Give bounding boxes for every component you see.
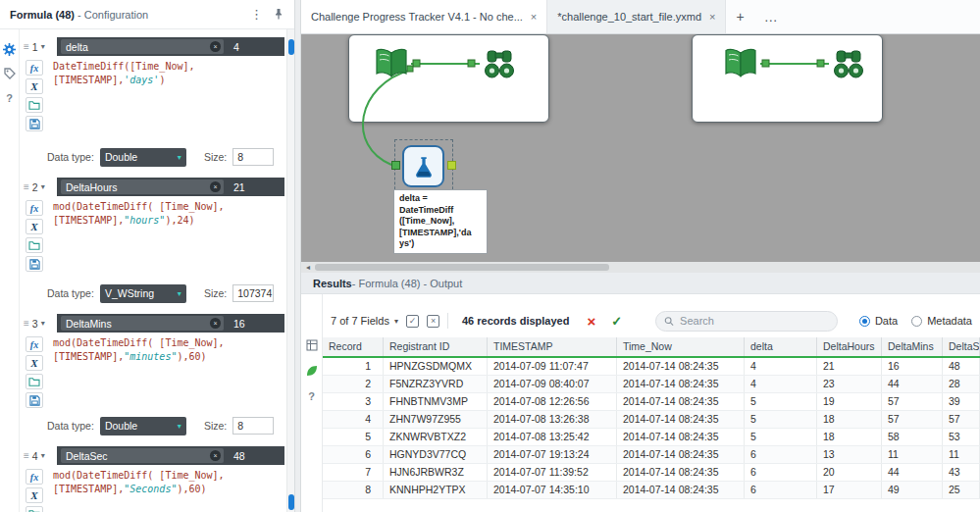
close-icon[interactable]: × [709,11,715,23]
variables-icon[interactable]: X [26,78,43,94]
cell-timestamp[interactable]: 2014-07-09 11:07:47 [488,358,617,375]
cell-viewer-icon[interactable]: × [427,315,439,328]
drag-handle-icon[interactable]: ≡ [24,181,29,192]
variables-icon[interactable]: X [26,219,43,234]
cell-deltahours[interactable]: 18 [817,429,882,445]
kebab-menu-icon[interactable]: ⋮ [242,7,271,22]
alteryx-leaf-icon[interactable] [304,363,320,379]
table-row[interactable]: 8 KNNHPH2YTPX 2014-07-07 14:35:10 2014-0… [323,482,980,499]
cell-delta[interactable]: 4 [745,376,817,392]
browse-tool[interactable] [480,44,519,83]
chevron-down-icon[interactable]: ▾ [41,319,45,328]
cell-delta[interactable]: 5 [745,393,817,410]
cell-timestamp[interactable]: 2014-07-08 12:26:56 [488,393,617,410]
drag-handle-icon[interactable]: ≡ [24,41,29,52]
input-anchor[interactable] [391,161,400,170]
output-field-select[interactable]: DeltaMins × [61,316,224,331]
remove-field-icon[interactable]: × [210,181,221,192]
search-input[interactable] [680,315,829,327]
remove-field-icon[interactable]: × [210,450,221,461]
cell-deltahours[interactable]: 18 [817,411,882,428]
config-scrollbar[interactable] [286,29,294,512]
output-field-select[interactable]: DeltaHours × [61,179,224,194]
cell-registrant-id[interactable]: KNNHPH2YTPX [384,482,488,498]
browse-tool[interactable] [829,44,868,83]
table-row[interactable]: 6 HGNYD3V77CQ 2014-07-07 19:13:24 2014-0… [323,446,980,464]
cell-deltasec[interactable]: 25 [943,482,980,498]
new-tab-button[interactable]: + [726,0,753,33]
cell-deltahours[interactable]: 13 [817,446,882,463]
cell-deltasec[interactable]: 57 [943,411,980,428]
cell-time-now[interactable]: 2014-07-14 08:24:35 [617,482,745,498]
table-row[interactable]: 2 F5NZRZ3YVRD 2014-07-09 08:40:07 2014-0… [323,376,980,393]
drag-handle-icon[interactable]: ≡ [24,318,29,329]
variables-icon[interactable]: X [26,487,43,503]
workflow-canvas[interactable]: delta = DateTimeDiff ([Time_Now], [TIMES… [301,34,980,273]
cell-registrant-id[interactable]: HJN6JRBWR3Z [384,464,488,481]
cell-registrant-id[interactable]: HGNYD3V77CQ [384,446,488,463]
cell-record[interactable]: 4 [323,411,384,428]
output-field-select[interactable]: delta × [61,39,224,54]
scrollbar-thumb-bottom[interactable] [288,494,294,510]
cell-deltamins[interactable]: 49 [882,482,943,498]
column-header-deltamins[interactable]: DeltaMins [882,337,943,356]
cell-record[interactable]: 2 [323,376,384,392]
chevron-down-icon[interactable]: ▾ [41,451,45,460]
cell-deltasec[interactable]: 11 [943,446,980,463]
functions-fx-icon[interactable]: fx [26,469,43,485]
data-type-select[interactable]: V_WString ▾ [100,284,186,303]
chevron-down-icon[interactable]: ▾ [41,182,45,191]
column-header-registrant-id[interactable]: Registrant ID [384,337,488,356]
cell-record[interactable]: 8 [323,482,384,498]
cell-time-now[interactable]: 2014-07-14 08:24:35 [617,464,745,481]
expression-code[interactable]: mod(DateTimeDiff( [Time_Now], [TIMESTAMP… [47,196,284,281]
functions-fx-icon[interactable]: fx [26,336,43,352]
cell-time-now[interactable]: 2014-07-14 08:24:35 [617,446,745,463]
table-row[interactable]: 1 HPNZGSDMQMX 2014-07-09 11:07:47 2014-0… [323,358,980,376]
more-tabs-icon[interactable]: … [754,0,788,33]
search-box[interactable] [655,311,838,332]
cell-deltasec[interactable]: 28 [943,376,980,392]
cell-delta[interactable]: 5 [745,411,817,428]
close-icon[interactable]: × [531,11,537,23]
cell-timestamp[interactable]: 2014-07-07 14:35:10 [488,482,617,498]
data-type-select[interactable]: Double ▾ [100,148,186,167]
cell-deltamins[interactable]: 58 [882,429,943,445]
expression-code[interactable]: DateTimeDiff([Time_Now], [TIMESTAMP],'da… [47,56,284,144]
canvas-horizontal-scrollbar[interactable]: ◂ [301,262,980,273]
saved-expressions-folder-icon[interactable] [26,506,43,512]
help-icon[interactable]: ? [2,90,18,106]
cell-timestamp[interactable]: 2014-07-07 11:39:52 [488,464,617,481]
cell-delta[interactable]: 6 [745,446,817,463]
size-input[interactable]: 8 [232,148,274,166]
cell-delta[interactable]: 5 [745,429,817,445]
output-anchor[interactable] [447,161,456,170]
cell-deltasec[interactable]: 39 [943,393,980,410]
pin-icon[interactable] [271,8,286,22]
input-data-tool[interactable] [721,44,760,83]
cell-timestamp[interactable]: 2014-07-08 13:26:38 [488,411,617,428]
panel-splitter[interactable] [294,0,301,512]
size-input[interactable]: 107374 [232,284,274,302]
open-in-new-window-icon[interactable] [304,337,320,353]
cell-time-now[interactable]: 2014-07-14 08:24:35 [617,376,745,392]
settings-gear-icon[interactable] [2,41,18,57]
cell-time-now[interactable]: 2014-07-14 08:24:35 [617,393,745,410]
cell-delta[interactable]: 6 [745,482,817,498]
data-type-select[interactable]: Double ▾ [100,417,186,435]
remove-field-icon[interactable]: × [210,41,221,52]
column-header-time-now[interactable]: Time_Now [617,337,745,356]
data-radio[interactable]: Data [859,315,898,327]
cell-timestamp[interactable]: 2014-07-09 08:40:07 [488,376,617,392]
cell-timestamp[interactable]: 2014-07-08 13:25:42 [488,429,617,445]
cell-deltasec[interactable]: 53 [943,429,980,445]
cell-delta[interactable]: 6 [745,464,817,481]
formula-tool[interactable] [402,145,444,187]
help-icon[interactable]: ? [304,388,320,404]
remove-field-icon[interactable]: × [210,318,221,329]
output-field-select[interactable]: DeltaSec × [61,448,224,463]
saved-expressions-folder-icon[interactable] [26,237,43,253]
annotation-tag-icon[interactable] [2,66,18,81]
table-row[interactable]: 7 HJN6JRBWR3Z 2014-07-07 11:39:52 2014-0… [323,464,980,482]
scrollbar-thumb-top[interactable] [288,39,294,55]
